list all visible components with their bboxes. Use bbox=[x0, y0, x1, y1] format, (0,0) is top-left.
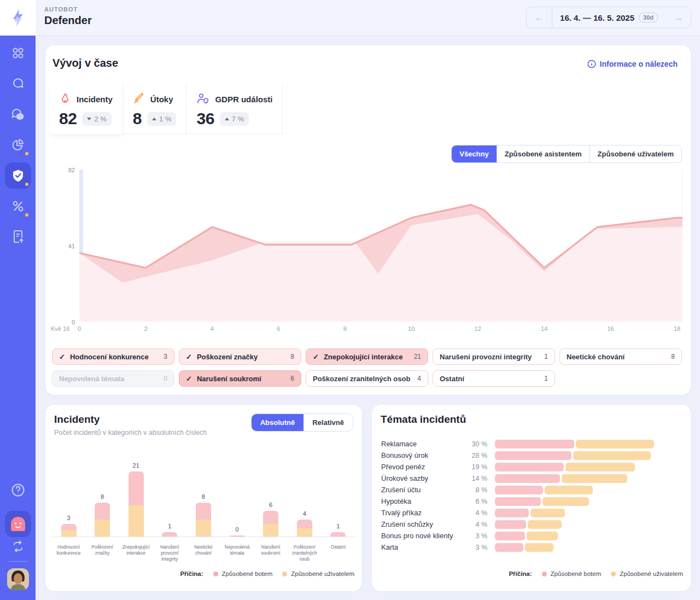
user-avatar[interactable] bbox=[7, 568, 29, 590]
topic-bars bbox=[495, 440, 654, 448]
x-axis-start-date: Kvě 16 bbox=[51, 325, 69, 332]
tab-gdpr-události[interactable]: GDPR události367 % bbox=[186, 85, 283, 133]
topic-bars bbox=[495, 474, 627, 483]
bar-narušení-provozní-integrity[interactable]: 1 bbox=[153, 523, 186, 537]
topic-row-bonus-pro-nové-klienty[interactable]: Bonus pro nové klienty3 % bbox=[381, 530, 681, 541]
topic-row-převod-peněz[interactable]: Převod peněz19 % bbox=[381, 461, 681, 473]
sidebar-item-defender[interactable] bbox=[5, 162, 31, 189]
bar-znepokojující-interakce[interactable]: 21 bbox=[119, 462, 153, 537]
bar-category-label: Narušení provozní integrity bbox=[153, 544, 186, 562]
topic-label: Trvalý příkaz bbox=[381, 509, 463, 517]
segment-všechny[interactable]: Všechny bbox=[452, 145, 496, 162]
topic-row-hypotéka[interactable]: Hypotéka6 % bbox=[381, 496, 681, 507]
bar-value-label: 1 bbox=[168, 523, 171, 529]
legend-dot bbox=[213, 572, 218, 576]
topic-bars bbox=[495, 451, 651, 460]
tab-metric-value: 8 bbox=[133, 109, 142, 128]
date-range-display[interactable]: 16. 4. — 16. 5. 2025 30d bbox=[552, 7, 666, 28]
brand-name: AUTOBOT bbox=[44, 6, 92, 13]
next-period-button[interactable]: → bbox=[666, 7, 691, 28]
bar-hodnocení-konkurence[interactable]: 3 bbox=[52, 515, 85, 537]
sidebar-item-switch[interactable] bbox=[8, 538, 28, 555]
bar-neetické-chování[interactable]: 8 bbox=[186, 493, 220, 537]
topic-row-zrušení-schůzky[interactable]: Zrušení schůzky4 % bbox=[381, 519, 681, 530]
toggle-absolutně[interactable]: Absolutně bbox=[252, 414, 304, 431]
legend-dot bbox=[282, 572, 287, 576]
prev-period-button[interactable]: ← bbox=[527, 7, 552, 28]
check-icon: ✓ bbox=[186, 353, 192, 361]
x-tick-label: 4 bbox=[211, 325, 214, 332]
findings-info-link[interactable]: Informace o nálezech bbox=[587, 60, 678, 68]
topic-segment-user bbox=[528, 520, 562, 529]
app-logo[interactable] bbox=[0, 0, 36, 36]
topic-row-trvalý-příkaz[interactable]: Trvalý příkaz4 % bbox=[381, 507, 681, 519]
filter-chip-poškození-zranitelných-osob[interactable]: Poškození zranitelných osob4 bbox=[306, 370, 428, 387]
bar-value-label: 1 bbox=[336, 523, 340, 529]
chip-count: 8 bbox=[290, 353, 294, 360]
filter-chip-hodnocení-konkurence[interactable]: ✓Hodnocení konkurence3 bbox=[52, 348, 174, 365]
incidents-card: Incidenty Počet incidentů v kategoriích … bbox=[45, 405, 362, 591]
sidebar-item-rates[interactable] bbox=[5, 193, 31, 219]
bar-stack bbox=[61, 524, 77, 537]
topic-label: Zrušení schůzky bbox=[381, 520, 463, 528]
topics-list: Reklamace30 %Bonusový úrok28 %Převod pen… bbox=[381, 438, 681, 553]
timeline-area-chart[interactable] bbox=[79, 170, 682, 322]
trend-down-icon bbox=[87, 118, 91, 120]
bar-category-label: Poškození zranitelných osob bbox=[288, 544, 321, 562]
filter-chip-narušení-provozní-integrity[interactable]: Narušení provozní integrity1 bbox=[433, 348, 555, 365]
topic-segment-user bbox=[527, 532, 558, 540]
topic-segment-bot bbox=[495, 520, 526, 529]
apps-grid-icon bbox=[11, 46, 25, 60]
lightning-bolt-icon bbox=[10, 9, 26, 27]
switch-account-icon bbox=[11, 540, 25, 552]
topic-row-úrokové-sazby[interactable]: Úrokové sazby14 % bbox=[381, 473, 681, 484]
filter-chip-narušení-soukromí[interactable]: ✓Narušení soukromí6 bbox=[179, 370, 301, 387]
topic-row-karta[interactable]: Karta3 % bbox=[381, 541, 681, 553]
segment-user bbox=[297, 528, 312, 537]
sidebar-item-export[interactable] bbox=[5, 224, 31, 250]
bar-poškození-značky[interactable]: 8 bbox=[86, 493, 119, 537]
tab-útoky[interactable]: Útoky81 % bbox=[123, 85, 187, 133]
segment-způsobené-uživatelem[interactable]: Způsobené uživatelem bbox=[590, 145, 681, 162]
bar-poškození-zranitelných-osob[interactable]: 4 bbox=[288, 510, 321, 537]
topic-percent: 30 % bbox=[463, 440, 487, 448]
toggle-relativně[interactable]: Relativně bbox=[304, 414, 353, 431]
sidebar-item-apps[interactable] bbox=[5, 40, 31, 66]
sidebar-item-analytics[interactable] bbox=[5, 132, 31, 158]
chip-count: 6 bbox=[290, 375, 294, 382]
tab-incidenty[interactable]: Incidenty822 % bbox=[49, 85, 123, 134]
tab-delta-badge: 2 % bbox=[82, 112, 111, 126]
bar-value-label: 6 bbox=[269, 502, 272, 508]
topic-bars bbox=[495, 543, 553, 552]
sidebar-item-chat[interactable] bbox=[5, 71, 31, 97]
topic-row-bonusový-úrok[interactable]: Bonusový úrok28 % bbox=[381, 450, 681, 461]
bar-stack bbox=[330, 532, 346, 537]
filter-chip-poškození-značky[interactable]: ✓Poškození značky8 bbox=[179, 348, 301, 365]
check-icon: ✓ bbox=[186, 375, 192, 383]
topic-row-reklamace[interactable]: Reklamace30 % bbox=[381, 438, 681, 450]
topic-label: Úrokové sazby bbox=[381, 474, 463, 482]
bar-nepovolená-témata[interactable]: 0 bbox=[220, 526, 254, 537]
topic-row-zrušení-účtu[interactable]: Zrušení účtu8 % bbox=[381, 484, 681, 496]
bar-narušení-soukromí[interactable]: 6 bbox=[254, 502, 288, 537]
sidebar-item-conversations[interactable] bbox=[5, 101, 31, 127]
filter-chip-znepokojující-interakce[interactable]: ✓Znepokojující interakce21 bbox=[306, 348, 428, 365]
info-icon bbox=[587, 60, 596, 68]
topic-segment-user bbox=[530, 509, 565, 517]
topic-label: Bonusový úrok bbox=[381, 451, 463, 459]
incidents-bar-chart[interactable]: 3821180641 bbox=[52, 459, 355, 537]
sidebar-item-assistant[interactable] bbox=[5, 511, 31, 537]
chip-count: 1 bbox=[544, 375, 548, 382]
sidebar-item-help[interactable] bbox=[5, 477, 31, 503]
metric-tabs: Incidenty822 %Útoky81 %GDPR události367 … bbox=[49, 85, 283, 134]
filter-chip-ostatní[interactable]: Ostatní1 bbox=[433, 370, 555, 387]
bar-stack bbox=[95, 503, 110, 537]
tab-metric-value: 36 bbox=[196, 109, 214, 128]
bar-ostatní[interactable]: 1 bbox=[322, 523, 355, 537]
notification-dot bbox=[24, 182, 30, 187]
x-tick-label: 18 bbox=[674, 325, 680, 332]
segment-user bbox=[95, 520, 110, 537]
segment-způsobené-asistentem[interactable]: Způsobené asistentem bbox=[497, 145, 590, 162]
filter-chip-neetické-chování[interactable]: Neetické chování8 bbox=[559, 348, 682, 365]
topic-segment-user bbox=[565, 463, 635, 471]
